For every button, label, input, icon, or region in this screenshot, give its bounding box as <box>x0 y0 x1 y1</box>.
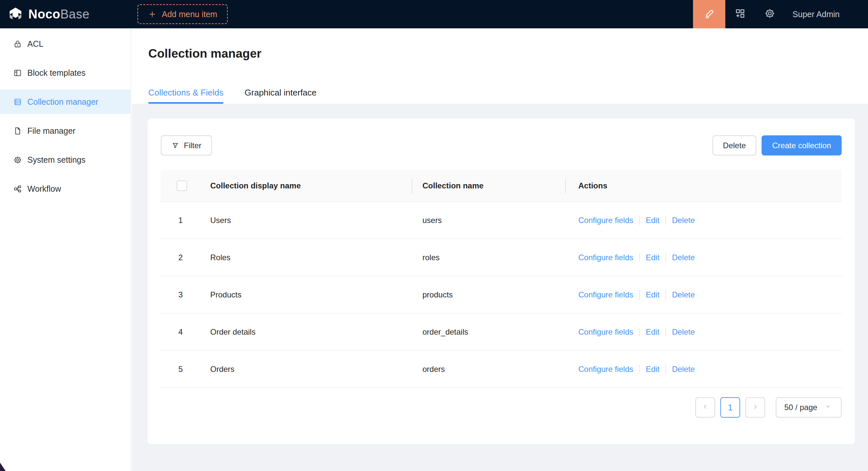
action-divider <box>665 365 666 374</box>
cell-actions: Configure fieldsEditDelete <box>566 239 842 276</box>
delete-link[interactable]: Delete <box>672 290 695 299</box>
pagination: 1 50 / page <box>161 397 842 418</box>
create-collection-button[interactable]: Create collection <box>762 135 842 156</box>
cell-actions: Configure fieldsEditDelete <box>566 276 842 313</box>
cell-actions: Configure fieldsEditDelete <box>566 350 842 388</box>
collection-icon <box>13 98 22 106</box>
configure-fields-link[interactable]: Configure fields <box>578 290 633 299</box>
filter-button-label: Filter <box>184 141 202 150</box>
page-size-label: 50 / page <box>784 403 817 412</box>
cell-collection-name: order_details <box>412 313 566 350</box>
nocobase-logo[interactable]: NocoBase <box>0 7 129 22</box>
sidebar-item-collection-manager[interactable]: Collection manager <box>0 90 130 114</box>
delete-link[interactable]: Delete <box>672 216 695 225</box>
chevron-right-icon <box>752 403 759 412</box>
main-area: Collection manager Collections & FieldsG… <box>132 28 868 471</box>
logo-text: NocoBase <box>28 7 90 22</box>
chevron-down-icon <box>825 403 832 412</box>
action-divider <box>665 253 666 262</box>
cell-collection-name: roles <box>412 239 566 276</box>
sidebar-item-block-templates[interactable]: Block templates <box>0 61 130 85</box>
page-title: Collection manager <box>148 47 261 61</box>
layout-icon <box>13 68 22 77</box>
sidebar-item-label: ACL <box>27 39 43 49</box>
tab-collections-fields[interactable]: Collections & Fields <box>148 88 223 104</box>
table-body: 1UsersusersConfigure fieldsEditDelete2Ro… <box>161 202 842 388</box>
action-divider <box>665 216 666 225</box>
content-area: Filter Delete Create collection <box>132 104 868 471</box>
delete-button[interactable]: Delete <box>712 135 756 156</box>
page-header: Collection manager Collections & FieldsG… <box>132 28 868 104</box>
select-all-checkbox[interactable] <box>177 180 187 191</box>
cell-collection-name: users <box>412 202 566 239</box>
table-row: 4Order detailsorder_detailsConfigure fie… <box>161 313 842 350</box>
pagination-next-button[interactable] <box>745 397 765 418</box>
column-header-actions: Actions <box>566 170 842 202</box>
sidebar-item-label: Workflow <box>27 184 61 194</box>
plus-icon <box>148 10 157 19</box>
pagination-prev-button[interactable] <box>695 397 715 418</box>
cube-logo-icon <box>8 7 23 22</box>
page-size-select[interactable]: 50 / page <box>776 397 842 418</box>
edit-link[interactable]: Edit <box>646 365 659 374</box>
system-settings-button[interactable] <box>755 0 785 28</box>
sidebar-item-workflow[interactable]: Workflow <box>0 176 130 201</box>
sidebar-item-system-settings[interactable]: System settings <box>0 147 130 172</box>
column-header-collection-name: Collection name <box>412 170 566 202</box>
cell-collection-name: orders <box>412 350 566 388</box>
configure-fields-link[interactable]: Configure fields <box>578 253 633 262</box>
sidebar-item-file-manager[interactable]: File manager <box>0 119 130 143</box>
filter-button[interactable]: Filter <box>161 135 212 156</box>
action-divider <box>639 327 640 337</box>
sidebar-item-acl[interactable]: ACL <box>0 32 130 56</box>
plugin-manager-button[interactable] <box>725 0 755 28</box>
row-index: 5 <box>161 350 200 388</box>
table-row: 5OrdersordersConfigure fieldsEditDelete <box>161 350 842 388</box>
table-row: 1UsersusersConfigure fieldsEditDelete <box>161 202 842 239</box>
ui-editor-toggle-button[interactable] <box>693 0 725 28</box>
collections-table: Collection display name Collection name … <box>161 170 842 388</box>
edit-link[interactable]: Edit <box>646 327 659 337</box>
delete-link[interactable]: Delete <box>672 327 695 337</box>
card-toolbar: Filter Delete Create collection <box>161 119 842 156</box>
column-header-select <box>161 170 200 202</box>
sidebar-item-label: System settings <box>27 155 85 165</box>
configure-fields-link[interactable]: Configure fields <box>578 216 633 225</box>
tab-graphical-interface[interactable]: Graphical interface <box>245 88 316 104</box>
sidebar-item-label: File manager <box>27 126 75 136</box>
configure-fields-link[interactable]: Configure fields <box>578 327 633 337</box>
collections-card: Filter Delete Create collection <box>148 119 855 444</box>
action-divider <box>665 327 666 337</box>
delete-link[interactable]: Delete <box>672 365 695 374</box>
filter-icon <box>172 142 179 149</box>
add-menu-item-button[interactable]: Add menu item <box>137 4 228 24</box>
row-index: 4 <box>161 313 200 350</box>
delete-button-label: Delete <box>723 141 746 150</box>
edit-link[interactable]: Edit <box>646 253 659 262</box>
lock-icon <box>13 39 22 48</box>
action-divider <box>639 290 640 299</box>
table-header-row: Collection display name Collection name … <box>161 170 842 202</box>
row-index: 2 <box>161 239 200 276</box>
configure-fields-link[interactable]: Configure fields <box>578 365 633 374</box>
cell-collection-name: products <box>412 276 566 313</box>
file-icon <box>13 127 22 135</box>
delete-link[interactable]: Delete <box>672 253 695 262</box>
cell-display-name: Users <box>200 202 412 239</box>
sidebar-nav: ACLBlock templatesCollection managerFile… <box>0 28 131 471</box>
blocks-plus-icon <box>735 8 746 21</box>
pagination-page-1[interactable]: 1 <box>720 397 740 418</box>
edit-link[interactable]: Edit <box>646 290 659 299</box>
topbar-right-cluster: Super Admin <box>693 0 868 28</box>
action-divider <box>639 216 640 225</box>
action-divider <box>665 290 666 299</box>
cell-display-name: Products <box>200 276 412 313</box>
sidebar-item-label: Collection manager <box>27 97 98 107</box>
cell-actions: Configure fieldsEditDelete <box>566 202 842 239</box>
cell-display-name: Orders <box>200 350 412 388</box>
row-index: 3 <box>161 276 200 313</box>
table-row: 2RolesrolesConfigure fieldsEditDelete <box>161 239 842 276</box>
user-menu[interactable]: Super Admin <box>785 9 868 19</box>
sidebar-item-label: Block templates <box>27 68 85 78</box>
edit-link[interactable]: Edit <box>646 216 659 225</box>
